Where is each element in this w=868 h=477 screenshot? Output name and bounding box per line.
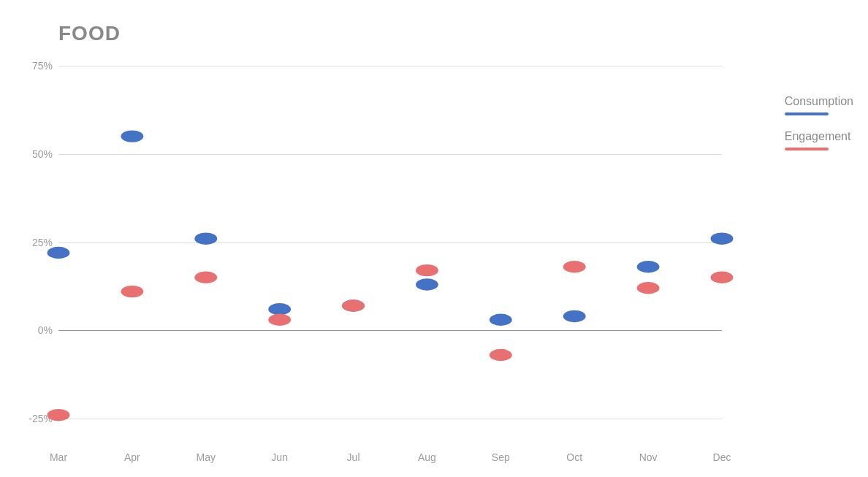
- y-label-0: 0%: [38, 324, 53, 336]
- x-label-may: May: [197, 451, 216, 463]
- legend-item-consumption: Consumption: [785, 95, 853, 115]
- x-label-jul: Jul: [347, 451, 360, 463]
- legend-engagement-label: Engagement: [785, 130, 853, 143]
- svg-point-7: [566, 312, 582, 321]
- x-label-aug: Aug: [418, 451, 436, 463]
- x-label-mar: Mar: [50, 451, 67, 463]
- x-label-jun: Jun: [271, 451, 288, 463]
- chart-title: FOOD: [58, 22, 121, 45]
- y-label-75: 75%: [32, 60, 53, 72]
- x-label-dec: Dec: [713, 451, 731, 463]
- svg-point-5: [419, 281, 435, 289]
- svg-point-1: [124, 132, 140, 141]
- svg-point-8: [640, 263, 656, 272]
- svg-point-15: [419, 266, 435, 275]
- svg-point-17: [566, 263, 582, 272]
- y-label-50: 50%: [32, 148, 53, 160]
- svg-point-9: [714, 234, 730, 243]
- svg-point-18: [640, 283, 656, 292]
- svg-point-16: [492, 351, 509, 359]
- chart-area: 75%50%25%0%-25% MarAprMayJunJulAugSepOct…: [58, 66, 722, 419]
- legend-engagement-line: [785, 148, 829, 150]
- svg-point-0: [50, 248, 66, 257]
- svg-point-2: [198, 234, 214, 243]
- y-label-25: 25%: [32, 237, 53, 248]
- legend-item-engagement: Engagement: [785, 130, 853, 150]
- svg-point-19: [714, 273, 730, 282]
- legend-consumption-line: [785, 112, 829, 115]
- x-label-sep: Sep: [492, 451, 510, 463]
- svg-point-3: [272, 305, 288, 313]
- svg-point-10: [50, 411, 66, 419]
- svg-point-11: [124, 287, 140, 296]
- grid-line--25: [58, 419, 722, 419]
- legend: Consumption Engagement: [785, 95, 853, 150]
- svg-point-13: [272, 316, 288, 324]
- svg-point-12: [198, 273, 214, 282]
- x-label-nov: Nov: [639, 451, 658, 463]
- svg-point-6: [492, 316, 509, 324]
- x-label-apr: Apr: [124, 451, 140, 463]
- legend-consumption-label: Consumption: [785, 95, 853, 108]
- chart-svg: [58, 66, 722, 419]
- x-label-oct: Oct: [566, 451, 582, 463]
- svg-point-14: [346, 302, 362, 310]
- chart-container: FOOD 75%50%25%0%-25% MarAprMayJunJulAugS…: [0, 0, 868, 477]
